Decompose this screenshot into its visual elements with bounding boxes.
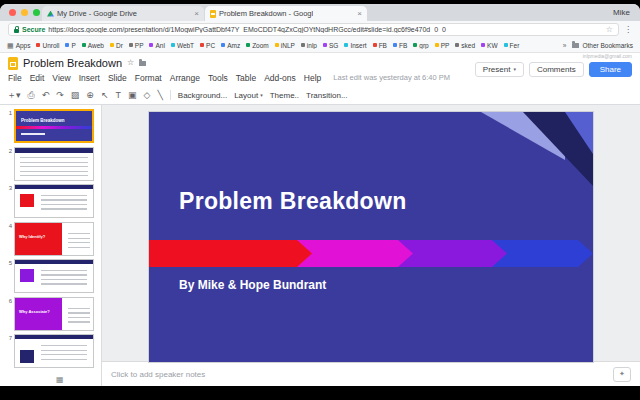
bookmark-4[interactable]: PP [129, 42, 144, 49]
explore-icon: ✦ [619, 370, 625, 378]
tab-problem-breakdown[interactable]: Problem Breakdown - Googl × [205, 6, 367, 21]
arrow-segment-red[interactable] [149, 240, 312, 267]
slide-thumbnail-6[interactable]: Why Associate? [14, 297, 94, 331]
browser-menu-icon[interactable]: ⋮ [624, 26, 632, 34]
menu-file[interactable]: File [8, 73, 22, 83]
slide-thumbnail-5[interactable] [14, 259, 94, 293]
favicon-icon [129, 43, 133, 47]
bookmark-star-icon[interactable]: ☆ [606, 26, 613, 34]
comments-button[interactable]: Comments [529, 62, 584, 77]
menu-tools[interactable]: Tools [208, 73, 228, 83]
bookmark-2[interactable]: Aweb [82, 42, 104, 49]
close-tab-icon[interactable]: × [357, 10, 362, 18]
bookmark-7[interactable]: PC [200, 42, 215, 49]
bookmark-18[interactable]: sked [455, 42, 475, 49]
slides-logo-icon[interactable] [8, 57, 18, 70]
menu-add-ons[interactable]: Add-ons [264, 73, 296, 83]
transition-label: Transition... [306, 91, 348, 100]
slide-thumbnail-7[interactable] [14, 334, 94, 368]
menu-view[interactable]: View [52, 73, 70, 83]
slide-filmstrip: 1Problem Breakdown234Why Identify?56Why … [0, 105, 102, 386]
layout-button[interactable]: Layout ▾ [234, 91, 263, 100]
bookmark-0[interactable]: Unroll [36, 42, 59, 49]
last-edit-link[interactable]: Last edit was yesterday at 6:40 PM [333, 73, 450, 82]
insert-line-icon[interactable]: ╲ [157, 91, 162, 100]
bookmark-3[interactable]: Dr [110, 42, 123, 49]
bookmark-9[interactable]: Zoom [246, 42, 269, 49]
speaker-notes-input[interactable]: Click to add speaker notes [111, 370, 205, 379]
close-tab-icon[interactable]: × [194, 10, 199, 18]
bookmark-16[interactable]: grp [413, 42, 428, 49]
bookmark-label: P [71, 42, 75, 49]
redo-icon[interactable]: ↷ [56, 91, 64, 100]
bookmark-10[interactable]: iNLP [275, 42, 295, 49]
select-icon[interactable]: ↖ [101, 91, 109, 100]
insert-shape-icon[interactable]: ◇ [143, 91, 150, 100]
share-button[interactable]: Share [589, 62, 632, 77]
new-slide-icon[interactable]: ＋▾ [7, 91, 21, 100]
bookmark-6[interactable]: WebT [171, 42, 194, 49]
other-bookmarks-button[interactable]: Other Bookmarks [572, 42, 633, 49]
bookmark-15[interactable]: FB [393, 42, 407, 49]
slide-thumbnail-3[interactable] [14, 184, 94, 218]
browser-tab-bar: My Drive - Google Drive × Problem Breakd… [0, 4, 640, 21]
slide-canvas[interactable]: Problem Breakdown By Mike & Hope Bundran… [149, 112, 593, 362]
arrow-segment-magenta[interactable] [296, 240, 413, 267]
minimize-window-button[interactable] [21, 9, 28, 16]
explore-button[interactable]: ✦ [613, 367, 631, 382]
menu-help[interactable]: Help [304, 73, 321, 83]
bookmark-17[interactable]: PP [435, 42, 450, 49]
paint-format-icon[interactable]: ▨ [71, 91, 80, 100]
bookmark-11[interactable]: inlp [301, 42, 317, 49]
star-document-icon[interactable]: ☆ [127, 59, 134, 67]
close-window-button[interactable] [9, 9, 16, 16]
text-box-icon[interactable]: T [115, 91, 121, 100]
slide-subtitle-textbox[interactable]: By Mike & Hope Bundrant [179, 278, 326, 292]
apps-grid-icon: ▦ [7, 42, 14, 49]
document-title[interactable]: Problem Breakdown [23, 57, 122, 69]
theme-button[interactable]: Theme.. [270, 91, 299, 100]
menu-insert[interactable]: Insert [79, 73, 100, 83]
bookmark-14[interactable]: FB [373, 42, 387, 49]
slide-title-textbox[interactable]: Problem Breakdown [179, 188, 407, 215]
favicon-icon [275, 43, 279, 47]
menu-format[interactable]: Format [135, 73, 162, 83]
bookmark-5[interactable]: Anl [149, 42, 164, 49]
arrow-banner-shape[interactable] [149, 240, 593, 267]
slide-thumbnail-4[interactable]: Why Identify? [14, 222, 94, 256]
menu-edit[interactable]: Edit [30, 73, 45, 83]
move-to-folder-icon[interactable] [139, 61, 146, 66]
bookmark-8[interactable]: Amz [221, 42, 240, 49]
grid-view-icon[interactable]: ▦ [56, 376, 64, 384]
bookmarks-overflow-icon[interactable]: » [563, 42, 567, 49]
background-button[interactable]: Background... [178, 91, 227, 100]
toolbar-icons: ＋▾⎙↶↷▨⊕↖T▣◇╲ [7, 91, 163, 100]
menu-table[interactable]: Table [236, 73, 256, 83]
present-button[interactable]: Present ▾ [475, 62, 524, 77]
bookmark-19[interactable]: KW [481, 42, 497, 49]
slide-thumbnail-2[interactable] [14, 147, 94, 181]
thumbnail-title-text: Problem Breakdown [21, 118, 65, 123]
zoom-window-button[interactable] [33, 9, 40, 16]
tab-my-drive[interactable]: My Drive - Google Drive × [42, 6, 204, 21]
url-field[interactable]: Secure https://docs.google.com/presentat… [8, 23, 619, 36]
slide-thumbnail-1[interactable]: Problem Breakdown [14, 109, 94, 143]
bookmark-20[interactable]: Fer [504, 42, 520, 49]
transition-button[interactable]: Transition... [306, 91, 348, 100]
bookmark-12[interactable]: SG [323, 42, 338, 49]
menu-slide[interactable]: Slide [108, 73, 127, 83]
layout-label: Layout [234, 91, 258, 100]
apps-shortcut[interactable]: ▦ Apps [7, 42, 30, 49]
secure-label: Secure [22, 26, 45, 33]
menu-arrange[interactable]: Arrange [170, 73, 200, 83]
bookmark-13[interactable]: Insert [344, 42, 366, 49]
browser-user-chip[interactable]: Mike [613, 8, 630, 17]
favicon-icon [65, 43, 69, 47]
print-icon[interactable]: ⎙ [28, 91, 35, 100]
slide-thumbnail-row: 5 [2, 259, 101, 293]
undo-icon[interactable]: ↶ [42, 91, 50, 100]
insert-image-icon[interactable]: ▣ [128, 91, 137, 100]
zoom-icon[interactable]: ⊕ [86, 91, 94, 100]
favicon-icon [246, 43, 250, 47]
bookmark-1[interactable]: P [65, 42, 75, 49]
